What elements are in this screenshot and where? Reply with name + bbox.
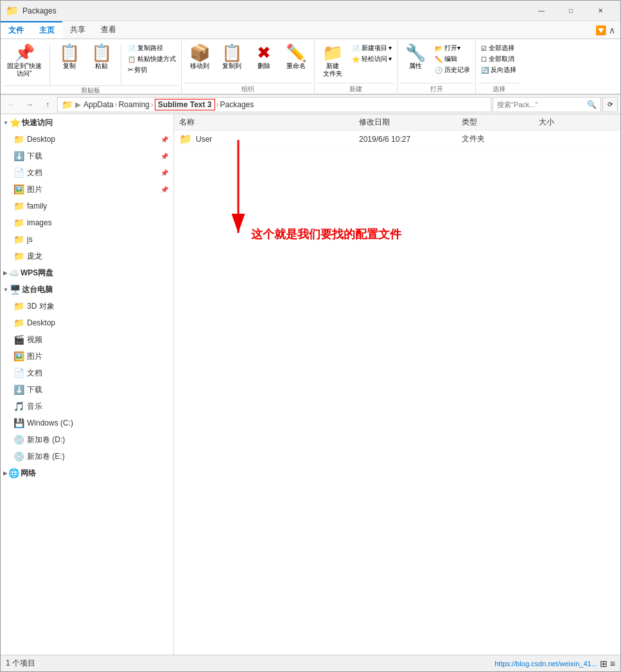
sidebar-item-cdrive[interactable]: 💾 Windows (C:) [1, 415, 173, 431]
sidebar: ▼ ⭐ 快速访问 📁 Desktop 📌 ⬇️ 下载 📌 📄 文档 📌 🖼️ [1, 114, 174, 655]
selectall-button[interactable]: ☑ 全部选择 [478, 43, 519, 53]
col-header-name[interactable]: 名称 [174, 114, 354, 130]
history-button[interactable]: 🕒 历史记录 [432, 65, 473, 75]
status-right: https://blog.csdn.net/weixin_41... ⊞ ≡ [494, 659, 615, 669]
sidebar-wps-label: WPS网盘 [21, 268, 53, 279]
copyto-icon: 📋 [222, 44, 242, 61]
breadcrumb-appdata[interactable]: AppData [83, 100, 114, 109]
view-details-icon[interactable]: ⊞ [600, 659, 608, 669]
open-button[interactable]: 📂 打开▾ [432, 43, 473, 53]
close-button[interactable]: ✕ [586, 1, 615, 21]
easyaccess-button[interactable]: ⭐ 轻松访问 ▾ [349, 54, 395, 64]
sidebar-section-thispc[interactable]: ▼ 🖥️ 这台电脑 [1, 281, 173, 298]
tab-home[interactable]: 主页 [31, 21, 62, 39]
col-header-type[interactable]: 类型 [457, 114, 534, 130]
sidebar-section-wps[interactable]: ▶ ☁️ WPS网盘 [1, 264, 173, 281]
sidebar-item-3d[interactable]: 📁 3D 对象 [1, 298, 173, 314]
properties-icon: 🔧 [405, 44, 426, 61]
sidebar-item-docs2[interactable]: 📄 文档 [1, 365, 173, 381]
sidebar-item-download[interactable]: ⬇️ 下载 📌 [1, 148, 173, 164]
delete-icon: ✖ [257, 44, 271, 61]
sidebar-item-download2[interactable]: ⬇️ 下载 [1, 381, 173, 398]
properties-button[interactable]: 🔧 属性 [400, 42, 431, 71]
sidebar-download-label: 下载 [27, 151, 42, 162]
folder-desktop-icon: 📁 [13, 134, 24, 144]
drive-e-icon: 💿 [13, 451, 24, 461]
breadcrumb-sublime[interactable]: Sublime Text 3 [155, 99, 215, 110]
cut-button[interactable]: ✂ 剪切 [125, 65, 179, 75]
sidebar-item-images[interactable]: 📁 images [1, 214, 173, 231]
open-small-btns: 📂 打开▾ ✏️ 编辑 🕒 历史记录 [432, 43, 473, 75]
up-button[interactable]: ↑ [39, 97, 56, 112]
cloud-icon: ☁️ [8, 268, 19, 278]
sidebar-ddrive-label: 新加卷 (D:) [27, 435, 65, 445]
tab-file[interactable]: 文件 [1, 21, 31, 39]
history-icon: 🕒 [435, 67, 442, 74]
sidebar-item-js[interactable]: 📁 js [1, 231, 173, 248]
newfolder-icon: 📁 [322, 44, 343, 61]
search-input[interactable] [497, 101, 587, 108]
edit-button[interactable]: ✏️ 编辑 [432, 54, 473, 64]
back-button[interactable]: ← [3, 97, 20, 112]
new-small-btns: 📄 新建项目 ▾ ⭐ 轻松访问 ▾ [349, 43, 395, 64]
maximize-button[interactable]: □ [556, 1, 586, 21]
folder-pictures2-icon: 🖼️ [13, 351, 24, 361]
minimize-button[interactable]: — [527, 1, 556, 21]
star-icon: ⭐ [10, 117, 21, 128]
delete-button[interactable]: ✖ 删除 [249, 42, 279, 71]
sidebar-item-docs[interactable]: 📄 文档 📌 [1, 164, 173, 181]
copyto-button[interactable]: 📋 复制到 [216, 42, 247, 71]
tab-view[interactable]: 查看 [93, 21, 124, 39]
copypath-button[interactable]: 📄 复制路径 [125, 43, 179, 53]
sidebar-item-music[interactable]: 🎵 音乐 [1, 398, 173, 415]
sidebar-item-pictures[interactable]: 🖼️ 图片 📌 [1, 181, 173, 198]
sidebar-item-videos[interactable]: 🎬 视频 [1, 331, 173, 348]
breadcrumb[interactable]: 📁 ▶ AppData › Roaming › Sublime Text 3 ›… [57, 97, 491, 112]
selectnone-button[interactable]: ☐ 全部取消 [478, 54, 519, 64]
search-icon[interactable]: 🔍 [587, 100, 597, 109]
sidebar-pictures-label: 图片 [27, 184, 42, 195]
sidebar-section-quickaccess[interactable]: ▼ ⭐ 快速访问 [1, 114, 173, 131]
copy-button[interactable]: 📋 复制 [54, 42, 85, 71]
sidebar-item-panglong[interactable]: 📁 庞龙 [1, 248, 173, 264]
main-content: ▼ ⭐ 快速访问 📁 Desktop 📌 ⬇️ 下载 📌 📄 文档 📌 🖼️ [1, 114, 620, 655]
sidebar-item-edrive[interactable]: 💿 新加卷 (E:) [1, 448, 173, 465]
rename-button[interactable]: ✏️ 重命名 [281, 42, 311, 71]
col-header-date[interactable]: 修改日期 [354, 114, 457, 130]
pin-button[interactable]: 📌 固定到"快速访问" [3, 42, 46, 79]
sidebar-item-desktop[interactable]: 📁 Desktop 📌 [1, 131, 173, 148]
newfolder-button[interactable]: 📁 新建文件夹 [317, 42, 348, 79]
sidebar-section-network[interactable]: ▶ 🌐 网络 [1, 465, 173, 481]
sidebar-item-family[interactable]: 📁 family [1, 198, 173, 214]
folder-desktop2-icon: 📁 [13, 318, 24, 328]
sidebar-item-pictures2[interactable]: 🖼️ 图片 [1, 348, 173, 365]
folder-family-icon: 📁 [13, 201, 24, 211]
newitem-button[interactable]: 📄 新建项目 ▾ [349, 43, 395, 53]
expand-icon[interactable]: ∧ [609, 25, 615, 35]
col-header-size[interactable]: 大小 [534, 114, 598, 130]
move-button[interactable]: 📦 移动到 [184, 42, 215, 71]
pin-icon: 📌 [161, 136, 168, 143]
chevron-right-icon: ▶ [3, 270, 7, 276]
forward-button[interactable]: → [21, 97, 38, 112]
refresh-button[interactable]: ⟳ [602, 97, 618, 112]
chevron-down2-icon: ▼ [3, 287, 8, 293]
paste-button[interactable]: 📋 粘贴 [86, 42, 117, 71]
invert-button[interactable]: 🔄 反向选择 [478, 65, 519, 75]
search-bar: 🔍 [493, 97, 601, 112]
tab-share[interactable]: 共享 [62, 21, 93, 39]
file-panel: 名称 修改日期 类型 大小 📁 User 2019/6/6 10:27 文件夹 [174, 114, 620, 655]
view-list-icon[interactable]: ≡ [610, 659, 615, 669]
drive-c-icon: 💾 [13, 418, 24, 428]
sidebar-item-desktop2[interactable]: 📁 Desktop [1, 314, 173, 331]
newitem-icon: 📄 [352, 45, 360, 52]
pin-icon3: 📌 [161, 169, 168, 177]
status-url: https://blog.csdn.net/weixin_41... [494, 660, 597, 668]
help-icon[interactable]: 🔽 [595, 25, 606, 35]
breadcrumb-roaming[interactable]: Roaming [119, 100, 150, 109]
pasteshortcut-button[interactable]: 📋 粘贴快捷方式 [125, 54, 179, 64]
sidebar-item-ddrive[interactable]: 💿 新加卷 (D:) [1, 431, 173, 448]
breadcrumb-packages[interactable]: Packages [220, 100, 254, 109]
title-bar-icons: 📁 [6, 4, 19, 17]
table-row[interactable]: 📁 User 2019/6/6 10:27 文件夹 [174, 131, 620, 148]
